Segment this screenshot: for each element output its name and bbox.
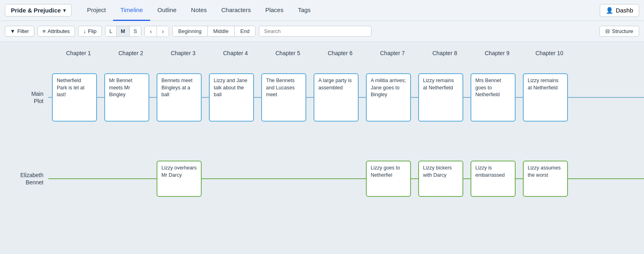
act-group: Beginning Middle End [172, 26, 256, 37]
elizabeth-card-slot-3: Lizzy overhears Mr Darcy [153, 161, 205, 197]
card-slot-9: Mrs Bennet goes to Netherfield [467, 73, 519, 122]
chapter-header-4: Chapter 4 [209, 50, 262, 56]
size-small[interactable]: S [130, 26, 141, 36]
chapter-header-1: Chapter 1 [52, 50, 105, 56]
plot-card-10[interactable]: Lizzy remains at Netherfield [523, 73, 568, 122]
nav-arrows: ‹ › [144, 26, 169, 37]
nav-notes[interactable]: Notes [184, 0, 214, 21]
prev-button[interactable]: ‹ [145, 26, 157, 37]
timeline-inner: Chapter 1 Chapter 2 Chapter 3 Chapter 4 … [0, 50, 644, 203]
card-slot-2: Mr Bennet meets Mr Bingley [101, 73, 153, 122]
toolbar: ▼ Filter ≡ Attributes ↓ Flip L M S ‹ › B… [0, 21, 644, 42]
elizabeth-card-slot-7: Lizzy goes to Netherfiel [362, 161, 415, 197]
elizabeth-row: ElizabethBennet Lizzy overhears Mr Darcy [0, 155, 644, 203]
list-icon: ≡ [43, 28, 46, 34]
elizabeth-card-3[interactable]: Lizzy overhears Mr Darcy [157, 161, 202, 197]
top-nav: Pride & Prejudice Project Timeline Outli… [0, 0, 644, 21]
plot-card-1[interactable]: Netherfield Park is let at last! [52, 73, 97, 122]
plot-card-3[interactable]: Bennets meet Bingleys at a ball [157, 73, 202, 122]
chapter-header-7: Chapter 7 [366, 50, 419, 56]
card-slot-6: A large party is assembled [310, 73, 362, 122]
size-medium[interactable]: M [117, 26, 130, 36]
filter-icon: ▼ [10, 28, 15, 34]
plot-card-8[interactable]: Lizzy remains at Netherfield [418, 73, 463, 122]
flip-icon: ↓ [83, 28, 86, 34]
card-slot-7: A militia arrives; Jane goes to Bingley [362, 73, 415, 122]
attributes-button[interactable]: ≡ Attributes [37, 26, 75, 37]
card-slot-1: Netherfield Park is let at last! [48, 73, 101, 122]
chapter-header-8: Chapter 8 [419, 50, 471, 56]
size-large[interactable]: L [105, 26, 117, 36]
chapter-header-2: Chapter 2 [105, 50, 157, 56]
timeline-area: Chapter 1 Chapter 2 Chapter 3 Chapter 4 … [0, 42, 644, 211]
plot-card-7[interactable]: A militia arrives; Jane goes to Bingley [366, 73, 411, 122]
next-button[interactable]: › [157, 26, 169, 37]
elizabeth-empty-1 [48, 155, 101, 203]
plot-card-6[interactable]: A large party is assembled [314, 73, 359, 122]
structure-button[interactable]: ⊟ Structure [599, 26, 639, 37]
project-dropdown[interactable]: Pride & Prejudice [5, 4, 72, 17]
chapter-header-9: Chapter 9 [471, 50, 523, 56]
act-middle[interactable]: Middle [208, 26, 235, 36]
filter-button[interactable]: ▼ Filter [5, 26, 34, 37]
dashboard-button[interactable]: 👤 Dashb [600, 4, 639, 17]
elizabeth-empty-6 [310, 155, 362, 203]
elizabeth-card-10[interactable]: Lizzy assumes the worst [523, 161, 568, 197]
plot-card-9[interactable]: Mrs Bennet goes to Netherfield [471, 73, 516, 122]
act-beginning[interactable]: Beginning [173, 26, 208, 36]
elizabeth-cards: Lizzy overhears Mr Darcy Lizzy goes to [48, 155, 572, 203]
elizabeth-card-9[interactable]: Lizzy is embarrassed [471, 161, 516, 197]
elizabeth-empty-5 [258, 155, 310, 203]
chapter-header-3: Chapter 3 [157, 50, 209, 56]
main-plot-row: MainPlot Netherfield Park is let at last… [0, 61, 644, 134]
elizabeth-track: Lizzy overhears Mr Darcy Lizzy goes to [48, 155, 644, 203]
main-plot-cards: Netherfield Park is let at last! Mr Benn… [48, 73, 572, 122]
card-slot-10: Lizzy remains at Netherfield [519, 73, 572, 122]
plot-card-2[interactable]: Mr Bennet meets Mr Bingley [104, 73, 149, 122]
chapter-header-10: Chapter 10 [523, 50, 576, 56]
nav-project[interactable]: Project [80, 0, 113, 21]
card-slot-4: Lizzy and Jane talk about the ball [205, 73, 258, 122]
chapter-headers: Chapter 1 Chapter 2 Chapter 3 Chapter 4 … [0, 50, 644, 56]
main-plot-track: Netherfield Park is let at last! Mr Benn… [48, 65, 644, 130]
nav-places[interactable]: Places [258, 0, 291, 21]
row-spacer [0, 134, 644, 147]
nav-timeline[interactable]: Timeline [113, 0, 150, 21]
chapter-header-5: Chapter 5 [262, 50, 314, 56]
card-slot-3: Bennets meet Bingleys at a ball [153, 73, 205, 122]
elizabeth-label: ElizabethBennet [0, 171, 48, 186]
card-slot-5: The Bennets and Lucases meet [258, 73, 310, 122]
elizabeth-empty-4 [205, 155, 258, 203]
main-plot-label: MainPlot [0, 90, 48, 105]
search-input[interactable] [259, 26, 372, 37]
elizabeth-card-slot-9: Lizzy is embarrassed [467, 161, 519, 197]
nav-characters[interactable]: Characters [214, 0, 258, 21]
flip-button[interactable]: ↓ Flip [78, 26, 101, 37]
size-group: L M S [105, 26, 142, 37]
card-slot-8: Lizzy remains at Netherfield [415, 73, 467, 122]
elizabeth-card-slot-10: Lizzy assumes the worst [519, 161, 572, 197]
nav-outline[interactable]: Outline [150, 0, 184, 21]
plot-card-5[interactable]: The Bennets and Lucases meet [261, 73, 306, 122]
structure-icon: ⊟ [605, 28, 610, 34]
nav-tags[interactable]: Tags [291, 0, 318, 21]
chapter-header-6: Chapter 6 [314, 50, 366, 56]
elizabeth-card-slot-8: Lizzy bickers with Darcy [415, 161, 467, 197]
plot-card-4[interactable]: Lizzy and Jane talk about the ball [209, 73, 254, 122]
user-icon: 👤 [606, 7, 613, 14]
elizabeth-card-8[interactable]: Lizzy bickers with Darcy [418, 161, 463, 197]
elizabeth-card-7[interactable]: Lizzy goes to Netherfiel [366, 161, 411, 197]
act-end[interactable]: End [235, 26, 255, 36]
elizabeth-empty-2 [101, 155, 153, 203]
